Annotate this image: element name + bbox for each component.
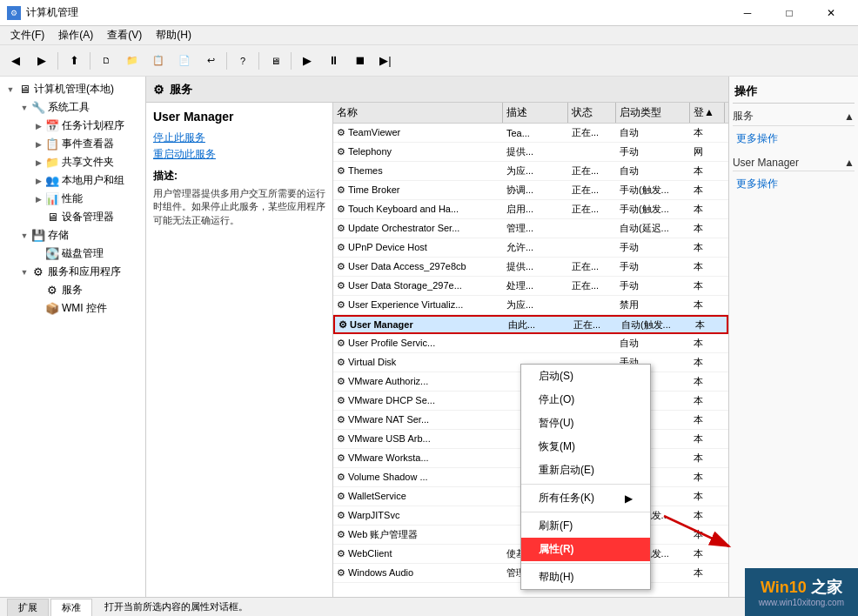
ctx-arrow-icon: ▶ (625, 492, 633, 505)
tree-tasks-label: 任务计划程序 (62, 118, 124, 133)
table-row[interactable]: ⚙UPnP Device Host 允许... 手动 本 (333, 238, 728, 258)
left-panel-tree: ▼ 🖥 计算机管理(本地) ▼ 🔧 系统工具 ▶ 📅 任务计划程序 ▶ 📋 事件… (0, 77, 146, 597)
cell-name: ⚙VMware USB Arb... (333, 433, 503, 445)
tree-perf[interactable]: ▶ 📊 性能 (0, 190, 145, 208)
action-more-usermanager[interactable]: 更多操作 (733, 175, 855, 193)
play-button[interactable]: ▶ (295, 50, 319, 72)
tab-standard[interactable]: 标准 (50, 599, 92, 616)
ctx-refresh[interactable]: 刷新(F) (521, 514, 650, 538)
close-button[interactable]: ✕ (811, 0, 851, 26)
table-row[interactable]: ⚙Telephony 提供... 手动 网 (333, 143, 728, 162)
folder-button[interactable]: 📁 (120, 50, 144, 72)
table-row[interactable]: ⚙Update Orchestrator Ser... 管理... 自动(延迟.… (333, 219, 728, 238)
localusers-icon: 👥 (45, 174, 59, 188)
wmi-icon: 📦 (45, 302, 59, 316)
center-header: ⚙ 服务 (146, 77, 728, 103)
action-usermanager-label: User Manager (733, 157, 799, 169)
tree-svc[interactable]: ⚙ 服务 (0, 281, 145, 299)
back-button[interactable]: ◀ (3, 50, 28, 72)
col-header-status[interactable]: 状态 (568, 103, 616, 123)
col-header-startup[interactable]: 启动类型 (616, 103, 690, 123)
table-row[interactable]: ⚙User Data Access_297e8cb 提供... 正在... 手动… (333, 258, 728, 277)
table-row[interactable]: ⚙Touch Keyboard and Ha... 启用... 正在... 手动… (333, 200, 728, 219)
ctx-start[interactable]: 启动(S) (521, 365, 650, 388)
cell-login: 本 (690, 566, 725, 579)
table-row[interactable]: ⚙User Experience Virtualiz... 为应... 禁用 本 (333, 296, 728, 315)
action-more-services[interactable]: 更多操作 (733, 130, 855, 148)
restart-button[interactable]: ▶| (373, 50, 398, 72)
annotation-arrow (660, 512, 747, 558)
expand-icon: ▶ (31, 177, 45, 185)
ctx-pause[interactable]: 暂停(U) (521, 412, 650, 435)
stop-button[interactable]: ⏹ (347, 50, 372, 72)
menu-view[interactable]: 查看(V) (100, 26, 149, 44)
menu-file[interactable]: 文件(F) (3, 26, 51, 44)
table-row[interactable]: ⚙Themes 为应... 正在... 自动 本 (333, 162, 728, 181)
cell-desc: 启用... (503, 203, 568, 216)
ctx-stop[interactable]: 停止(O) (521, 388, 650, 412)
help-toolbar-button[interactable]: ? (231, 50, 255, 72)
shared-icon: 📁 (45, 156, 59, 170)
tree-events[interactable]: ▶ 📋 事件查看器 (0, 135, 145, 153)
table-row[interactable]: ⚙User Profile Servic... 自动 本 (333, 334, 728, 353)
minimize-button[interactable]: ─ (727, 0, 768, 26)
col-header-login[interactable]: 登▲ (690, 103, 725, 123)
maximize-button[interactable]: □ (769, 0, 809, 26)
cell-login: 本 (690, 279, 725, 292)
cell-name: ⚙VMware NAT Ser... (333, 414, 503, 425)
copy-button[interactable]: 📋 (146, 50, 171, 72)
expand-icon: ▼ (17, 268, 31, 277)
cell-name: ⚙Update Orchestrator Ser... (333, 223, 503, 234)
system-icon: 🔧 (31, 101, 45, 115)
section-collapse-icon: ▲ (844, 110, 855, 123)
tree-diskm[interactable]: 💽 磁盘管理 (0, 244, 145, 263)
arrow-svg (660, 512, 747, 555)
ctx-resume[interactable]: 恢复(M) (521, 435, 650, 459)
ctx-alltasks[interactable]: 所有任务(K) ▶ (521, 486, 650, 510)
action-services-label: 服务 (733, 109, 754, 124)
tree-wmi[interactable]: 📦 WMI 控件 (0, 299, 145, 318)
table-row[interactable]: ⚙User Data Storage_297e... 处理... 正在... 手… (333, 277, 728, 296)
show-hide-button[interactable]: 🗋 (94, 50, 118, 72)
win10-url: www.win10xitong.com (759, 598, 844, 607)
ctx-restart[interactable]: 重新启动(E) (521, 459, 650, 482)
tree-devmgr[interactable]: 🖥 设备管理器 (0, 208, 145, 226)
menu-action[interactable]: 操作(A) (51, 26, 100, 44)
ctx-properties[interactable]: 属性(R) (521, 538, 650, 561)
forward-button[interactable]: ▶ (30, 50, 54, 72)
cell-desc: 提供... (503, 145, 568, 158)
undo-button[interactable]: ↩ (198, 50, 223, 72)
table-row[interactable]: ⚙Time Broker 协调... 正在... 手动(触发... 本 (333, 181, 728, 200)
computer-button[interactable]: 🖥 (263, 50, 287, 72)
cell-desc: 为应... (503, 298, 568, 311)
center-panel: ⚙ 服务 User Manager 停止此服务 重启动此服务 描述: 用户管理器… (146, 77, 728, 597)
tree-svcapp[interactable]: ▼ ⚙ 服务和应用程序 (0, 263, 145, 281)
computer-icon: 🖥 (17, 83, 31, 97)
paste-button[interactable]: 📄 (172, 50, 197, 72)
menu-help[interactable]: 帮助(H) (149, 26, 198, 44)
col-header-name[interactable]: 名称 (333, 103, 503, 123)
up-button[interactable]: ⬆ (62, 50, 86, 72)
ctx-help[interactable]: 帮助(H) (521, 566, 650, 589)
tree-system[interactable]: ▼ 🔧 系统工具 (0, 98, 145, 117)
tree-root[interactable]: ▼ 🖥 计算机管理(本地) (0, 80, 145, 98)
ctx-sep-2 (521, 512, 650, 512)
cell-desc: 处理... (503, 279, 568, 292)
table-row[interactable]: ⚙User Manager 由此... 正在... 自动(触发... 本 (333, 315, 728, 334)
tree-localusers[interactable]: ▶ 👥 本地用户和组 (0, 171, 145, 190)
col-header-desc[interactable]: 描述 (503, 103, 568, 123)
tab-expand[interactable]: 扩展 (7, 599, 49, 616)
pause-button[interactable]: ⏸ (321, 50, 345, 72)
tree-tasks[interactable]: ▶ 📅 任务计划程序 (0, 117, 145, 135)
table-row[interactable]: ⚙TeamViewer Tea... 正在... 自动 本 (333, 124, 728, 143)
stop-service-link[interactable]: 停止此服务 (153, 131, 325, 145)
tree-shared[interactable]: ▶ 📁 共享文件夹 (0, 153, 145, 171)
tree-storage[interactable]: ▼ 💾 存储 (0, 226, 145, 244)
restart-service-link[interactable]: 重启动此服务 (153, 147, 325, 162)
win10-text: Win10 (761, 579, 807, 596)
desc-label: 描述: (153, 169, 325, 184)
toolbar-sep-4 (258, 52, 259, 70)
cell-login: 本 (690, 241, 725, 254)
status-bar: 扩展 标准 打开当前所选内容的属性对话框。 (0, 597, 858, 616)
tree-storage-label: 存储 (48, 228, 69, 243)
